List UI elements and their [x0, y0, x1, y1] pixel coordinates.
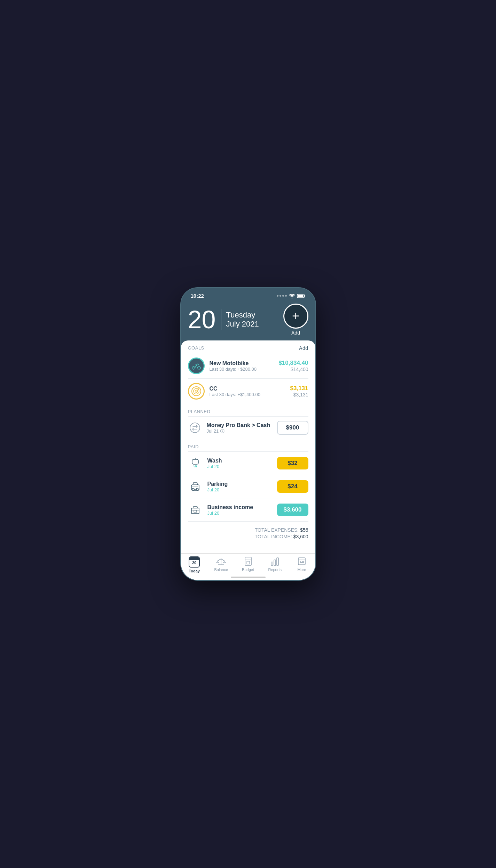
tab-balance[interactable]: Balance	[208, 556, 235, 573]
svg-rect-20	[191, 508, 199, 514]
paid-parking-name: Parking	[207, 481, 272, 487]
total-expenses-label: TOTAL EXPENSES:	[255, 527, 299, 533]
planned-transfer-info: Money Pro Bank > Cash Jul 21	[207, 422, 272, 434]
paid-wash-date: Jul 20	[207, 464, 272, 469]
month-year: July 2021	[226, 320, 259, 329]
tab-more[interactable]: More	[288, 556, 315, 573]
business-icon	[188, 503, 203, 517]
tab-budget-label: Budget	[242, 568, 254, 572]
tab-more-label: More	[297, 568, 306, 572]
paid-wash-amount: $32	[277, 457, 308, 469]
today-calendar-icon: 20	[189, 556, 200, 568]
svg-point-16	[192, 488, 194, 490]
tab-budget[interactable]: Budget	[235, 556, 261, 573]
goal-motorbike-total: $14,400	[278, 367, 308, 372]
svg-point-10	[190, 423, 200, 433]
paid-parking-info: Parking Jul 20	[207, 481, 272, 492]
tab-bar: 20 Today Balance	[181, 553, 315, 580]
paid-wash-name: Wash	[207, 458, 272, 464]
goal-motorbike-amounts: $10,834.40 $14,400	[278, 360, 308, 372]
goals-section-header: GOALS Add	[181, 340, 315, 353]
total-income-value: $3,600	[293, 534, 308, 539]
total-expenses-value: $56	[300, 527, 308, 533]
goal-motorbike-subtitle: Last 30 days: +$280.00	[210, 367, 274, 372]
svg-point-4	[198, 367, 200, 369]
svg-rect-31	[271, 562, 273, 565]
svg-point-17	[196, 488, 198, 490]
wash-icon	[188, 456, 203, 471]
day-name: Tuesday	[226, 311, 259, 320]
header-section: 20 Tuesday July 2021 + Add	[181, 301, 315, 340]
plus-icon: +	[292, 310, 299, 322]
phone-frame: 10:22 20 Tuesday	[180, 287, 316, 581]
paid-business-name: Business income	[207, 504, 272, 511]
svg-line-13	[222, 431, 223, 432]
goal-cc-total: $3,131	[290, 392, 308, 397]
more-icon	[297, 556, 307, 566]
goal-icon-bike	[188, 357, 205, 374]
goal-icon-target	[188, 383, 205, 400]
paid-parking-amount: $24	[277, 480, 308, 493]
svg-rect-32	[274, 560, 276, 565]
paid-item-business[interactable]: Business income Jul 20 $3,600	[181, 498, 315, 521]
goal-cc-info: CC Last 30 days: +$1,400.00	[210, 386, 285, 397]
planned-transfer-amount: $900	[277, 421, 308, 435]
today-number: 20	[192, 560, 196, 566]
paid-item-parking[interactable]: Parking Jul 20 $24	[181, 475, 315, 498]
date-text: Tuesday July 2021	[226, 311, 259, 329]
goal-cc-subtitle: Last 30 days: +$1,400.00	[210, 392, 285, 397]
home-indicator	[231, 577, 266, 578]
planned-section-header: PLANNED	[181, 404, 315, 416]
add-label: Add	[291, 330, 300, 336]
planned-label: PLANNED	[188, 409, 211, 414]
add-button[interactable]: +	[283, 304, 308, 329]
total-income-label: TOTAL INCOME:	[255, 534, 292, 539]
date-block: 20 Tuesday July 2021	[188, 307, 259, 332]
paid-item-wash[interactable]: Wash Jul 20 $32	[181, 452, 315, 475]
tab-today[interactable]: 20 Today	[181, 556, 208, 573]
goal-cc-name: CC	[210, 386, 285, 392]
goal-item-motorbike[interactable]: New Mototbike Last 30 days: +$280.00 $10…	[181, 353, 315, 378]
total-expenses-line: TOTAL EXPENSES: $56	[188, 527, 308, 533]
total-income-line: TOTAL INCOME: $3,600	[188, 534, 308, 539]
signal-dots	[277, 295, 287, 297]
add-button-container: + Add	[283, 304, 308, 336]
paid-business-date: Jul 20	[207, 511, 272, 516]
paid-section-header: PAID	[181, 439, 315, 451]
svg-rect-1	[298, 295, 303, 297]
planned-transfer-name: Money Pro Bank > Cash	[207, 422, 272, 428]
goal-cc-current: $3,131	[290, 385, 308, 392]
budget-icon	[243, 556, 253, 566]
goals-add-button[interactable]: Add	[299, 345, 308, 351]
tab-reports[interactable]: Reports	[261, 556, 288, 573]
svg-line-26	[218, 559, 221, 561]
day-number: 20	[188, 307, 216, 332]
paid-parking-date: Jul 20	[207, 487, 272, 492]
planned-transfer-date: Jul 21	[207, 428, 272, 434]
paid-business-info: Business income Jul 20	[207, 504, 272, 516]
svg-line-9	[196, 389, 198, 391]
status-icons	[277, 294, 306, 298]
goal-item-cc[interactable]: CC Last 30 days: +$1,400.00 $3,131 $3,13…	[181, 379, 315, 404]
svg-rect-30	[247, 561, 250, 564]
svg-rect-33	[277, 558, 278, 565]
goals-label: GOALS	[188, 345, 204, 351]
date-divider	[221, 309, 221, 330]
goal-motorbike-info: New Mototbike Last 30 days: +$280.00	[210, 360, 274, 372]
goal-cc-amounts: $3,131 $3,131	[290, 385, 308, 397]
reports-icon	[270, 556, 280, 566]
transfer-icon	[188, 421, 202, 435]
status-bar: 10:22	[181, 288, 315, 301]
tab-today-label: Today	[189, 569, 200, 573]
svg-rect-34	[298, 558, 305, 565]
parking-icon	[188, 479, 203, 494]
svg-rect-21	[193, 507, 197, 508]
paid-label: PAID	[188, 444, 199, 449]
paid-wash-info: Wash Jul 20	[207, 458, 272, 469]
tab-balance-label: Balance	[214, 568, 228, 572]
planned-item-transfer[interactable]: Money Pro Bank > Cash Jul 21 $900	[181, 417, 315, 439]
wifi-icon	[289, 294, 295, 298]
svg-rect-23	[194, 510, 197, 512]
svg-rect-2	[304, 295, 305, 297]
paid-business-amount: $3,600	[277, 504, 308, 516]
